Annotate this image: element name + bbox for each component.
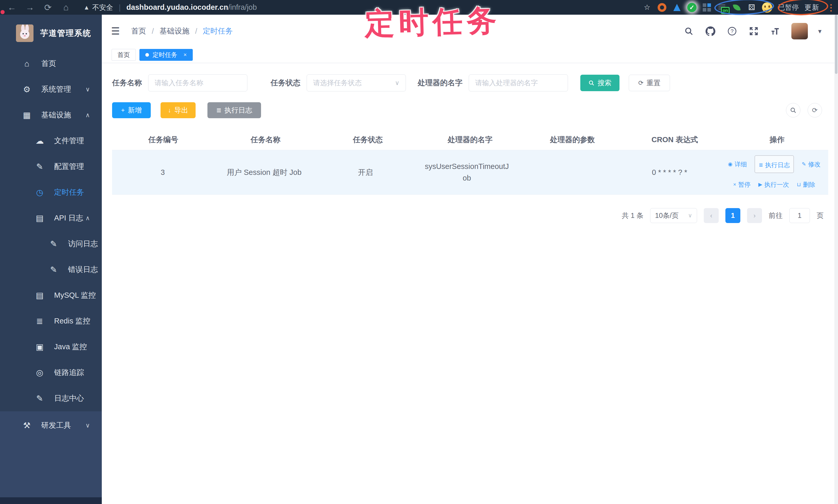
scrollbar-thumb[interactable] [835,15,837,74]
next-page-button[interactable]: › [747,208,762,223]
run-once-link[interactable]: ▶ 执行一次 [758,180,789,189]
sidebar-section-dev-tools: ⚒ 研发工具 ∨ [0,411,102,497]
extension-green-icon[interactable]: ✓ [687,3,697,12]
sidebar-bottom-strip [0,497,102,504]
table-row[interactable]: 3 用户 Session 超时 Job 开启 sysUserSessionTim… [112,150,828,195]
profile-paused-badge: 已暂停 [778,3,799,12]
col-actions: 操作 [726,135,828,145]
sidebar-item-java-monitor[interactable]: ▣ Java 监控 [0,334,102,360]
sidebar-item-system[interactable]: ⚙ 系统管理 ∨ [0,76,102,102]
pause-link[interactable]: × 暂停 [733,180,751,189]
extension-orange-icon[interactable] [657,3,667,12]
detail-link[interactable]: ◉ 详细 [728,159,747,169]
download-icon: ↓ [168,107,171,114]
pause-link-label: 暂停 [738,180,751,189]
sidebar-collapse-icon[interactable]: ☰ [111,25,120,37]
sidebar-item-home[interactable]: ⌂ 首页 [0,51,102,76]
sidebar-item-trace[interactable]: ◎ 链路追踪 [0,360,102,385]
execution-log-button[interactable]: ≣ 执行日志 [207,102,261,118]
sidebar-item-log-center[interactable]: ✎ 日志中心 [0,385,102,411]
address-bar[interactable]: ▲ 不安全 | dashboard.yudao.iocoder.cn/infra… [84,3,257,12]
app-logo-rabbit [16,24,34,42]
toggle-search-button[interactable] [786,103,800,118]
sidebar-item-file-manage[interactable]: ☁ 文件管理 [0,128,102,154]
filter-form: 任务名称 任务状态 请选择任务状态 ∨ 处理器的名字 [112,74,828,91]
export-button[interactable]: ↓ 导出 [160,102,196,118]
edit-link[interactable]: ✎ 修改 [802,159,820,169]
browser-forward-icon[interactable]: → [25,2,35,12]
search-button[interactable]: 搜索 [580,75,619,91]
job-name-input[interactable] [148,74,247,91]
export-button-label: 导出 [174,106,188,115]
monitor-icon: ▣ [34,342,45,352]
profile-avatar-emoji[interactable] [762,2,772,13]
sidebar-item-dev-tools[interactable]: ⚒ 研发工具 ∨ [0,411,102,439]
app-logo-row[interactable]: 芋道管理系统 [0,15,102,51]
eye-icon: ◎ [34,368,45,378]
row-execution-log-link[interactable]: ≣ 执行日志 [758,160,790,170]
security-badge[interactable]: ▲ 不安全 [84,3,113,12]
sidebar-item-error-log[interactable]: ✎ 错误日志 [0,257,102,283]
extension-grid-icon[interactable] [702,3,712,12]
extensions-puzzle-icon[interactable]: ⚄ [747,3,756,12]
fullscreen-icon[interactable] [748,25,760,37]
page-scrollbar[interactable] [834,15,838,504]
current-page-button[interactable]: 1 [726,208,740,223]
breadcrumb-infra[interactable]: 基础设施 [159,26,189,36]
user-avatar[interactable] [791,23,808,39]
sidebar-item-label: 研发工具 [41,420,71,431]
close-icon[interactable]: × [184,52,187,58]
url-path: /infra/job [228,3,257,11]
row-execution-log-label: 执行日志 [765,160,790,170]
tab-scheduled-jobs[interactable]: 定时任务 × [139,49,193,61]
browser-update-button[interactable]: 更新 [804,3,819,12]
log-center-icon: ✎ [34,394,45,403]
goto-page-input[interactable] [789,208,810,223]
search-icon[interactable] [683,25,695,37]
handler-name-input[interactable] [469,74,568,91]
sidebar-item-scheduled-jobs[interactable]: ◷ 定时任务 [0,180,102,205]
jobs-table: 任务编号 任务名称 任务状态 处理器的名字 处理器的参数 CRON 表达式 操作… [112,129,828,195]
browser-home-icon[interactable]: ⌂ [61,2,71,12]
sidebar-item-mysql-monitor[interactable]: ▤ MySQL 监控 [0,283,102,308]
prev-page-button[interactable]: ‹ [704,208,719,223]
bookmark-star-icon[interactable]: ☆ [642,3,652,12]
page-size-select[interactable]: 10条/页 ∨ [650,208,697,223]
add-button-label: 新增 [128,106,142,115]
job-status-select[interactable]: 请选择任务状态 ∨ [307,74,406,91]
github-icon[interactable] [705,25,716,37]
sidebar-item-label: 配置管理 [54,161,84,172]
warning-icon: ▲ [84,4,90,11]
sidebar-item-access-log[interactable]: ✎ 访问日志 [0,231,102,257]
execution-log-button-label: 执行日志 [224,106,252,115]
avatar-caret-icon[interactable]: ▾ [818,27,821,35]
breadcrumb-home[interactable]: 首页 [131,26,146,36]
help-icon[interactable]: ? [727,25,738,37]
toolbox-icon: ⚒ [21,420,33,430]
refresh-icon: ⟳ [638,79,643,87]
browser-reload-icon[interactable]: ⟳ [43,2,53,13]
sidebar-item-redis-monitor[interactable]: ≣ Redis 监控 [0,308,102,334]
reset-button[interactable]: ⟳ 重置 [629,75,670,91]
extension-on-icon[interactable]: on [717,3,727,12]
sidebar-item-label: Java 监控 [54,342,87,352]
sidebar-item-config-manage[interactable]: ✎ 配置管理 [0,154,102,180]
chevron-down-icon: ∨ [85,86,90,93]
extension-blue-icon[interactable] [672,3,682,12]
browser-menu-icon[interactable]: ⋮ [827,2,835,13]
plus-icon: + [121,107,125,114]
sidebar-item-infra[interactable]: ▦ 基础设施 ∧ [0,102,102,128]
col-job-status: 任务状态 [317,135,419,145]
delete-link[interactable]: ⊔ 删除 [797,180,815,189]
sidebar-item-label: 首页 [41,58,56,69]
close-icon: × [733,181,736,188]
font-size-icon[interactable] [770,25,781,37]
refresh-table-button[interactable]: ⟳ [808,103,822,118]
cell-actions: ◉ 详细 ≣ 执行日志 ✎ [720,150,828,195]
add-button[interactable]: + 新增 [112,102,151,118]
col-cron: CRON 表达式 [624,135,726,145]
sidebar-item-api-log[interactable]: ▤ API 日志 ∧ [0,205,102,231]
tab-home[interactable]: 首页 [111,49,136,61]
browser-back-icon[interactable]: ← [7,2,17,12]
extension-leaf-icon[interactable] [732,3,741,12]
